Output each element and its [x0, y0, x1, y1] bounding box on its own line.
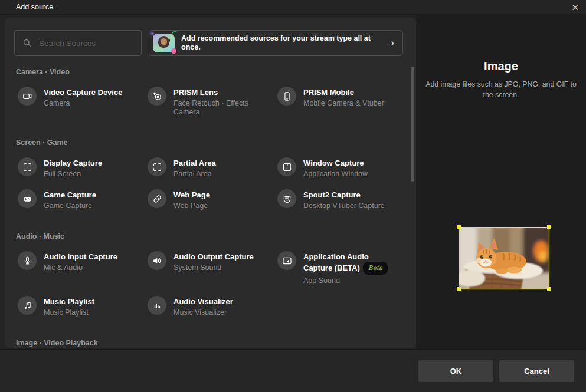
- detail-description: Add image files such as JPG, PNG, and GI…: [424, 80, 578, 101]
- item-title: Partial Area: [173, 159, 216, 167]
- dialog-footer: OK Cancel: [0, 349, 586, 392]
- item-title: PRISM Lens: [173, 88, 218, 97]
- section-label: Audio · Music: [16, 232, 416, 241]
- source-item[interactable]: Music Playlist Music Playlist: [14, 296, 144, 317]
- speaker-icon: [148, 251, 166, 270]
- section-label: Camera · Video: [16, 68, 416, 76]
- partial-area-icon: [148, 157, 166, 176]
- source-item[interactable]: Window Capture Application Window: [274, 157, 404, 179]
- source-item[interactable]: Partial Area Partial Area: [144, 157, 274, 179]
- window-icon: [277, 157, 296, 176]
- item-title: Game Capture: [44, 190, 96, 199]
- source-item[interactable]: Audio Visualizer Music Visualizer: [144, 296, 274, 317]
- item-subtitle: Music Playlist: [44, 308, 94, 317]
- source-item[interactable]: Web Page Web Page: [144, 189, 274, 210]
- source-item[interactable]: Audio Output Capture System Sound: [144, 251, 274, 285]
- item-title: Window Capture: [303, 159, 364, 167]
- dot-decoration-icon: [171, 48, 176, 54]
- source-list: Camera · Video Video Capture Device Came…: [14, 68, 416, 348]
- item-subtitle: Web Page: [173, 202, 210, 210]
- item-title: Audio Input Capture: [44, 252, 117, 261]
- item-subtitle: Application Window: [303, 170, 368, 179]
- source-item[interactable]: PRISM Mobile Mobile Camera & Vtuber: [274, 87, 404, 117]
- selection-handle: [457, 225, 461, 229]
- item-title: Audio Output Capture: [173, 252, 254, 261]
- section-label: Screen · Game: [16, 139, 416, 147]
- source-section: Image · Video Playback: [14, 339, 416, 348]
- source-item[interactable]: Game Capture Game Capture: [14, 189, 144, 210]
- streamer-avatar: ✳: [153, 34, 175, 52]
- item-subtitle: Camera: [44, 99, 122, 108]
- item-title: Spout2 Capture: [303, 190, 361, 199]
- item-title: PRISM Mobile: [303, 88, 354, 97]
- recommended-sources-banner[interactable]: ✳ Add recommended sources for your strea…: [149, 30, 403, 56]
- topbar: ✳ Add recommended sources for your strea…: [14, 30, 416, 56]
- selection-handle: [547, 287, 551, 291]
- microphone-icon: [18, 251, 37, 270]
- item-subtitle: System Sound: [173, 263, 254, 272]
- kitten-photo: [459, 228, 549, 289]
- banner-text: Add recommended sources for your stream …: [181, 34, 384, 52]
- source-item[interactable]: PRISM Lens Face Retouch · Effects Camera: [144, 87, 274, 117]
- search-box[interactable]: [14, 30, 142, 56]
- item-subtitle: Desktop VTuber Capture: [303, 202, 385, 210]
- item-subtitle: Game Capture: [44, 202, 96, 210]
- equalizer-icon: [148, 296, 166, 315]
- source-section: Camera · Video Video Capture Device Came…: [14, 68, 416, 117]
- section-grid: Display Capture Full Screen Partial Area…: [14, 157, 416, 210]
- selection-handle: [457, 287, 461, 291]
- link-icon: [148, 189, 166, 208]
- section-grid: Video Capture Device Camera PRISM Lens F…: [14, 87, 416, 117]
- lens-icon: [148, 87, 166, 106]
- dialog-titlebar: Add source ✕: [0, 0, 586, 15]
- dialog-title: Add source: [16, 3, 53, 11]
- star-decoration-icon: ✳: [149, 30, 155, 38]
- ok-button[interactable]: OK: [418, 360, 493, 382]
- detail-title: Image: [416, 60, 586, 73]
- item-title: Audio Visualizer: [173, 297, 233, 306]
- source-section: Screen · Game Display Capture Full Scree…: [14, 139, 416, 210]
- detail-panel: Image Add image files such as JPG, PNG, …: [416, 15, 586, 349]
- item-subtitle: Mic & Audio: [44, 263, 117, 272]
- image-preview: [459, 227, 549, 289]
- item-title: Display Capture: [44, 159, 102, 167]
- fullscreen-icon: [18, 157, 37, 176]
- item-title: Web Page: [173, 190, 210, 199]
- source-item[interactable]: Video Capture Device Camera: [14, 87, 144, 117]
- source-item[interactable]: Audio Input Capture Mic & Audio: [14, 251, 144, 285]
- item-subtitle: Music Visualizer: [173, 308, 233, 317]
- add-source-dialog: Add source ✕ ✳ Add recommended sources f…: [0, 0, 586, 392]
- beta-badge: Beta: [363, 262, 388, 275]
- video-camera-icon: [18, 87, 37, 106]
- search-input[interactable]: [38, 38, 134, 48]
- close-icon[interactable]: ✕: [571, 3, 579, 12]
- music-note-icon: [18, 296, 37, 315]
- gamepad-icon: [18, 189, 37, 208]
- item-subtitle: App Sound: [303, 276, 399, 285]
- search-icon: [22, 38, 32, 48]
- item-title: Video Capture Device: [44, 88, 122, 97]
- item-subtitle: Mobile Camera & Vtuber: [303, 99, 384, 108]
- section-grid: Audio Input Capture Mic & Audio Audio Ou…: [14, 251, 416, 317]
- scrollbar-thumb[interactable]: [411, 67, 414, 182]
- item-title: Music Playlist: [44, 297, 94, 306]
- mobile-icon: [277, 87, 296, 106]
- chevron-right-icon: ›: [391, 37, 394, 49]
- cancel-button[interactable]: Cancel: [499, 360, 574, 382]
- section-label: Image · Video Playback: [16, 339, 416, 347]
- mask-icon: [277, 189, 296, 208]
- source-item[interactable]: Display Capture Full Screen: [14, 157, 144, 179]
- source-item[interactable]: Application Audio Capture (BETA)Beta App…: [274, 251, 404, 285]
- squiggle-decoration-icon: [171, 31, 178, 38]
- app-audio-icon: [277, 251, 296, 270]
- item-subtitle: Partial Area: [173, 170, 216, 179]
- source-list-panel: ✳ Add recommended sources for your strea…: [5, 18, 416, 348]
- item-subtitle: Full Screen: [44, 170, 102, 179]
- source-section: Audio · Music Audio Input Capture Mic & …: [14, 232, 416, 317]
- item-title: Application Audio Capture (BETA): [303, 252, 369, 272]
- selection-handle: [547, 225, 551, 229]
- source-item[interactable]: Spout2 Capture Desktop VTuber Capture: [274, 189, 404, 210]
- item-subtitle: Face Retouch · Effects Camera: [173, 99, 269, 117]
